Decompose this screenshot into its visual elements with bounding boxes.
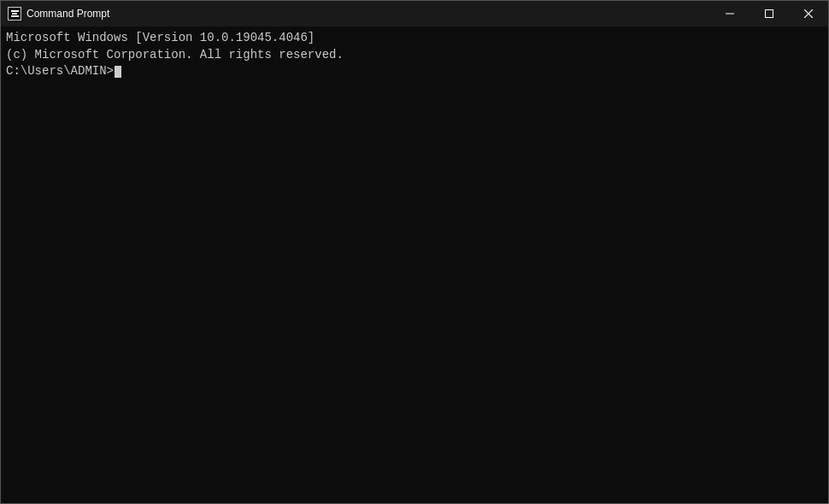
cmd-app-icon xyxy=(8,7,21,21)
svg-rect-1 xyxy=(766,10,773,18)
terminal-prompt: C:\Users\ADMIN> xyxy=(6,63,114,80)
svg-rect-0 xyxy=(726,14,734,15)
terminal-body[interactable]: Microsoft Windows [Version 10.0.19045.40… xyxy=(1,26,828,503)
maximize-icon xyxy=(765,9,773,18)
title-bar-left: Command Prompt xyxy=(8,7,109,21)
title-bar: Command Prompt xyxy=(1,1,828,26)
terminal-prompt-line: C:\Users\ADMIN> xyxy=(6,63,823,80)
terminal-cursor xyxy=(115,66,121,78)
terminal-line-2: (c) Microsoft Corporation. All rights re… xyxy=(6,47,823,64)
command-prompt-window: Command Prompt Microsoft Window xyxy=(0,0,829,504)
window-title: Command Prompt xyxy=(26,8,109,20)
terminal-line-1: Microsoft Windows [Version 10.0.19045.40… xyxy=(6,30,823,47)
title-bar-controls xyxy=(710,1,828,26)
minimize-button[interactable] xyxy=(710,1,750,26)
close-icon xyxy=(804,9,813,18)
maximize-button[interactable] xyxy=(750,1,789,26)
minimize-icon xyxy=(726,9,734,18)
close-button[interactable] xyxy=(789,1,828,26)
